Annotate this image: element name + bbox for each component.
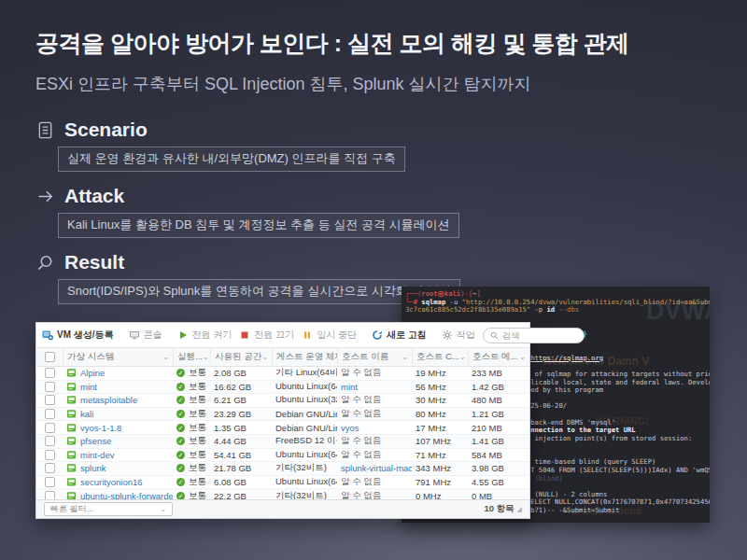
row-checkbox[interactable] <box>45 395 55 405</box>
status-label: 보통 <box>189 462 206 474</box>
section-header: Result <box>35 250 558 274</box>
status-label: 보통 <box>189 449 206 461</box>
column-header-3[interactable]: 게스트 운영 체제⌄ <box>272 348 337 366</box>
row-checkbox[interactable] <box>45 382 55 392</box>
row-checkbox-cell <box>36 476 63 489</box>
chevron-down-icon: ⌄ <box>162 354 169 361</box>
select-all-checkbox-cell <box>36 348 63 366</box>
row-checkbox[interactable] <box>45 409 55 419</box>
terminal-text-segment: used by this program <box>523 385 604 394</box>
host-name-cell: splunk-virtual-mac... <box>337 462 412 475</box>
vm-name-link[interactable]: pfsense <box>80 436 111 446</box>
chevron-down-icon: ⌄ <box>459 354 466 361</box>
toolbar-button-power-on[interactable]: 전원 켜기 <box>177 329 233 342</box>
page-subtitle: ESXi 인프라 구축부터 SQL Injection 침투, Splunk 실… <box>35 73 717 95</box>
vm-name-link[interactable]: kali <box>80 409 93 419</box>
chevron-down-icon: ⌄ <box>203 354 209 361</box>
arrow-icon <box>35 187 55 206</box>
document-icon <box>35 120 55 140</box>
toolbar-button-actions[interactable]: 작업 <box>442 329 475 342</box>
row-checkbox[interactable] <box>45 477 55 487</box>
vm-name-link[interactable]: mint <box>80 382 97 392</box>
search-input[interactable] <box>502 330 577 341</box>
row-checkbox[interactable] <box>45 450 55 460</box>
vm-name-link[interactable]: securityonion16 <box>80 477 143 487</box>
host-name: 알 수 없음 <box>341 435 381 447</box>
select-all-checkbox[interactable] <box>45 352 55 362</box>
vm-name-cell: splunk <box>63 462 173 475</box>
column-header-5[interactable]: 호스트 C...⌄ <box>412 348 468 366</box>
status-label: 보통 <box>189 381 206 393</box>
vm-name-link[interactable]: vyos-1-1.8 <box>80 423 121 433</box>
vm-icon <box>66 395 77 405</box>
section-attack: AttackKali Linux를 활용한 DB 침투 및 계정정보 추출 등 … <box>35 184 558 238</box>
table-row: vyos-1-1.8✓보통1.35 GBDebian GNU/Linux...v… <box>36 421 529 435</box>
guest-os-cell: Ubuntu Linux(64비... <box>272 476 337 489</box>
quick-filter-select[interactable]: 빠른 필터... ⌄ <box>44 502 173 516</box>
host-cpu-cell: 30 MHz <box>412 394 468 407</box>
vm-icon <box>66 450 77 460</box>
column-header-0[interactable]: 가상 시스템⌄ <box>63 348 173 366</box>
used-space-cell: 16.62 GB <box>210 381 272 394</box>
guest-os-cell: Ubuntu Linux(64비... <box>272 449 337 462</box>
host-memory-cell: 1.42 GB <box>468 381 529 394</box>
section-header: Scenario <box>35 118 558 142</box>
host-name-cell: 알 수 없음 <box>337 449 412 462</box>
host-cpu-cell: 791 MHz <box>412 476 468 489</box>
status-label: 보통 <box>189 435 206 447</box>
title-block: 공격을 알아야 방어가 보인다 : 실전 모의 해킹 및 통합 관제 ESXi … <box>35 28 717 95</box>
vm-status-cell: ✓보통 <box>173 449 210 462</box>
used-space-cell: 54.41 GB <box>210 449 272 462</box>
host-memory-cell: 584 MB <box>468 449 529 462</box>
vm-name-link[interactable]: mint-dev <box>80 450 114 460</box>
host-memory-cell: 233 MB <box>468 367 529 380</box>
host-name-link[interactable]: vyos <box>341 423 359 433</box>
column-header-4[interactable]: 호스트 이름⌄ <box>337 348 412 366</box>
column-header-6[interactable]: 호스트 메...⌄ <box>468 348 529 366</box>
toolbar-button-refresh[interactable]: 새로 고침 <box>372 329 427 342</box>
chevron-down-icon: ⌄ <box>261 354 268 361</box>
vm-name-cell: kali <box>63 408 173 421</box>
vm-table-header: 가상 시스템⌄실행...⌄사용된 공간⌄게스트 운영 체제⌄호스트 이름⌄호스트… <box>36 347 529 367</box>
row-checkbox[interactable] <box>45 436 55 446</box>
power-on-icon <box>177 329 189 341</box>
used-space-cell: 6.08 GB <box>210 476 272 489</box>
toolbar-button-vm-create[interactable]: VM 생성/등록 <box>42 329 114 342</box>
toolbar-button-power-off[interactable]: 전원 끄기 <box>239 329 294 342</box>
toolbar-button-label: 콘솔 <box>144 329 162 342</box>
search-box[interactable] <box>483 328 585 343</box>
host-name-link[interactable]: splunk-virtual-mac... <box>341 463 412 473</box>
item-count-label: 10 항목 <box>484 503 514 515</box>
host-name-link[interactable]: mint <box>341 382 358 392</box>
column-header-2[interactable]: 사용된 공간⌄ <box>210 348 272 366</box>
row-checkbox-cell <box>36 381 63 394</box>
toolbar-button-suspend[interactable]: 일시 중단 <box>302 329 357 342</box>
host-memory-cell: 4.55 GB <box>468 476 529 489</box>
toolbar-button-label: 일시 중단 <box>317 329 357 342</box>
column-header-label: 호스트 이름 <box>342 351 388 363</box>
host-cpu-cell: 19 MHz <box>412 367 468 380</box>
status-ok-icon: ✓ <box>176 451 185 459</box>
vm-name-link[interactable]: splunk <box>80 463 106 473</box>
item-count: 10 항목 ◢ <box>484 503 522 515</box>
host-cpu-cell: 107 MHz <box>412 435 468 448</box>
vm-name-cell: metasploitable <box>63 394 173 407</box>
terminal-text-segment: id <box>546 305 555 314</box>
row-checkbox-cell <box>36 367 63 380</box>
host-memory-cell: 1.41 GB <box>468 435 529 448</box>
row-checkbox-cell <box>36 394 63 407</box>
row-checkbox[interactable] <box>45 368 55 378</box>
toolbar-button-console[interactable]: 콘솔 <box>129 329 162 342</box>
row-checkbox[interactable] <box>45 463 55 473</box>
resize-grip-icon[interactable]: ◢ <box>517 506 522 513</box>
suspend-icon <box>302 329 313 341</box>
column-header-1[interactable]: 실행...⌄ <box>173 348 210 366</box>
actions-icon <box>442 329 453 341</box>
section-label: Scenario <box>64 119 148 141</box>
row-checkbox[interactable] <box>45 423 55 433</box>
status-ok-icon: ✓ <box>176 437 185 445</box>
host-cpu-cell: 71 MHz <box>412 449 468 462</box>
vm-name-cell: mint <box>63 381 173 394</box>
vm-name-link[interactable]: metasploitable <box>80 395 137 405</box>
vm-name-link[interactable]: Alpine <box>80 368 105 378</box>
